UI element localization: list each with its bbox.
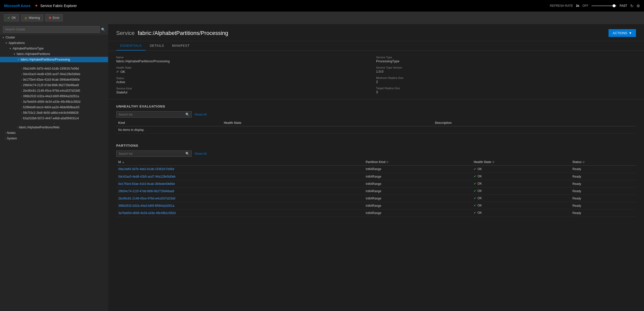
refresh-rate-value: 2s — [576, 4, 579, 8]
unhealthy-reset-all[interactable]: Reset All — [195, 113, 207, 116]
status-value: Active — [116, 80, 376, 84]
unhealthy-section: UNHEALTHY EVALUATIONS 🔍 Reset All Kind H… — [108, 99, 644, 139]
sidebar-item-partition[interactable]: › 29b54c74-212f-47dd-8fd6-9b2729d48aa9 — [0, 82, 108, 88]
partition-id-cell[interactable]: 0e17f3e4-83ae-41b3-8cab-384bde40b80e — [116, 180, 364, 187]
partition-id-cell[interactable]: 09a14df4-3d7b-4eb2-b1db-19361fc7e06d — [116, 166, 364, 173]
chevron-icon: › — [21, 117, 22, 120]
warning-icon: ⚠ — [24, 16, 27, 20]
chevron-icon: › — [5, 137, 6, 140]
search-input[interactable] — [3, 26, 100, 33]
chevron-icon: › — [17, 126, 18, 129]
fabric-icon: ✦ — [34, 3, 38, 9]
error-icon: ✖ — [49, 16, 52, 20]
tab-essentials[interactable]: ESSENTIALS — [116, 41, 146, 50]
partition-id-cell[interactable]: 396b2632-b32a-44a3-b60f-8f064a2d261a — [116, 202, 364, 209]
status-bar: ✔ OK ⚠ Warning ✖ Error — [0, 12, 644, 24]
error-label: Error — [53, 16, 60, 20]
tree-container: ▼ Cluster ▼ Applications ▼ AlphabetParti… — [0, 35, 108, 311]
sidebar-item-web[interactable]: › fabric:/AlphabetPartitions/Web — [0, 125, 108, 130]
partitions-title: PARTITIONS — [116, 144, 636, 147]
filter-icon: ▽ — [583, 161, 585, 164]
actions-button[interactable]: ACTIONS ▼ — [609, 29, 636, 37]
nodes-label: Nodes — [7, 131, 16, 135]
error-button[interactable]: ✖ Error — [45, 14, 63, 21]
chevron-icon: ▼ — [17, 58, 20, 61]
actions-chevron-icon: ▼ — [629, 31, 632, 35]
sidebar-item-alphabet-app[interactable]: ▼ fabric:/AlphabetPartitions — [0, 51, 108, 57]
sidebar-item-processing[interactable]: ▼ fabric:/AlphabetPartitions/Processing … — [0, 57, 108, 62]
warning-button[interactable]: ⚠ Warning — [21, 15, 43, 21]
sidebar-item-partition[interactable]: › 5fb703c2-2bdf-4b50-a86d-e4c9c9498628 — [0, 110, 108, 116]
field-name: Name fabric:/AlphabetPartitions/Processi… — [116, 56, 376, 63]
collapse-up-arrow[interactable]: ⌃ — [0, 62, 108, 66]
partitions-table: Id ▲ Partition Kind ▽ He — [116, 159, 636, 217]
partition-id-cell[interactable]: 29b54c74-212f-47dd-8fd6-9b2729d48aa9 — [116, 187, 364, 195]
field-service-type: Service Type ProcessingType — [376, 56, 636, 63]
refresh-slider[interactable] — [591, 5, 617, 6]
partition-kind-cell: Int64Range — [364, 180, 472, 187]
tab-details[interactable]: DETAILS — [146, 41, 168, 50]
partition-kind-cell: Int64Range — [364, 187, 472, 195]
unhealthy-col-kind: Kind — [116, 120, 222, 126]
unhealthy-no-items-row: No items to display. — [116, 126, 636, 134]
ok-icon: ✔ — [7, 16, 10, 20]
sidebar-item-partition[interactable]: › 396b2632-b32a-44a3-b60f-8f064a2d261a — [0, 93, 108, 99]
partition-health-cell: ✔ OK — [472, 166, 570, 173]
more-icon[interactable]: ··· — [104, 58, 106, 61]
partitions-col-kind: Partition Kind ▽ — [364, 159, 472, 166]
sidebar-item-partition[interactable]: › 0dc42ac0-4ed8-42b5-acd7-94a128e5d0eb — [0, 71, 108, 77]
partition-health-cell: ✔ OK — [472, 187, 570, 195]
partition-status-cell: Ready — [570, 180, 636, 187]
sidebar-item-partition[interactable]: › 63a332b8-5072-4447-a4b8-a0af5f4031c4 — [0, 116, 108, 121]
sidebar-item-partition[interactable]: › 2bc90c81-2148-45ce-976d-e4cd337d23d0 — [0, 88, 108, 93]
no-items-text: No items to display. — [116, 126, 636, 134]
table-row: 3a7beb54-d006-4e34-a33e-49c49b1c582d Int… — [116, 209, 636, 217]
chevron-icon: › — [21, 106, 22, 109]
partition-status-cell: Ready — [570, 195, 636, 202]
chevron-icon: › — [21, 89, 22, 92]
search-cluster-bar: 🔍 — [0, 24, 108, 35]
sidebar-item-partition[interactable]: › 3a7beb54-d006-4e34-a33e-49c49b1c582d — [0, 99, 108, 105]
down-chevron-icon: ⌄ — [53, 122, 55, 124]
partitions-search-input[interactable] — [118, 152, 184, 156]
partitions-search-row: 🔍 Reset All — [116, 150, 636, 157]
partition-list: › 09a14df4-3d7b-4eb2-b1db-19361fc7e06d› … — [0, 66, 108, 121]
partition-kind-cell: Int64Range — [364, 195, 472, 202]
unhealthy-search-input[interactable] — [118, 113, 184, 116]
sidebar-item-partition[interactable]: › 09a14df4-3d7b-4eb2-b1db-19361fc7e06d — [0, 66, 108, 71]
sidebar-item-partition[interactable]: › 0e17f3e4-83ae-41b3-8cab-384bde40b80e — [0, 77, 108, 82]
table-row: 396b2632-b32a-44a3-b60f-8f064a2d261a Int… — [116, 202, 636, 209]
refresh-icon[interactable]: ↻ — [630, 4, 633, 8]
partition-id-cell[interactable]: 0dc42ac0-4ed8-42b5-acd7-94a128e5d0eb — [116, 173, 364, 180]
field-status: Status Active — [116, 77, 376, 84]
partitions-search-wrap: 🔍 — [116, 150, 192, 157]
applications-label: Applications — [9, 41, 25, 45]
chevron-icon: › — [21, 67, 22, 70]
partitions-reset-all[interactable]: Reset All — [195, 152, 207, 156]
sidebar-item-alphabet-type[interactable]: ▼ AlphabetPartitionsType — [0, 46, 108, 51]
sidebar-item-applications[interactable]: ▼ Applications — [0, 40, 108, 46]
content-area: Service fabric:/AlphabetPartitions/Proce… — [108, 24, 644, 311]
table-row: 2bc90c81-2148-45ce-976d-e4cd337d23d0 Int… — [116, 195, 636, 202]
ok-button[interactable]: ✔ OK — [4, 14, 19, 21]
essentials-grid: Name fabric:/AlphabetPartitions/Processi… — [108, 51, 644, 99]
health-ok-text: OK — [120, 70, 125, 74]
sidebar-item-nodes[interactable]: › Nodes — [0, 130, 108, 136]
partition-kind-cell: Int64Range — [364, 166, 472, 173]
settings-icon[interactable]: ⚙ — [636, 4, 640, 8]
collapse-down-arrow[interactable]: ⌄ — [0, 121, 108, 125]
partition-id-cell[interactable]: 3a7beb54-d006-4e34-a33e-49c49b1c582d — [116, 209, 364, 217]
sidebar-item-cluster[interactable]: ▼ Cluster — [0, 35, 108, 40]
partition-health-cell: ✔ OK — [472, 173, 570, 180]
chevron-icon: ▼ — [9, 47, 12, 50]
min-replica-value: 2 — [376, 80, 636, 84]
sidebar-item-partition[interactable]: › 528febd9-becd-4d04-aa2d-48de969bacb5 — [0, 105, 108, 110]
filter-icon: ▽ — [386, 161, 388, 164]
sidebar-item-system[interactable]: › System — [0, 136, 108, 141]
partition-id-cell[interactable]: 2bc90c81-2148-45ce-976d-e4cd337d23d0 — [116, 195, 364, 202]
partition-kind-cell: Int64Range — [364, 173, 472, 180]
nav-right: REFRESH RATE 2s OFF FAST ↻ ⚙ — [550, 4, 640, 8]
unhealthy-search-row: 🔍 Reset All — [116, 111, 636, 118]
tab-manifest[interactable]: MANIFEST — [168, 41, 194, 50]
warning-label: Warning — [29, 16, 40, 20]
